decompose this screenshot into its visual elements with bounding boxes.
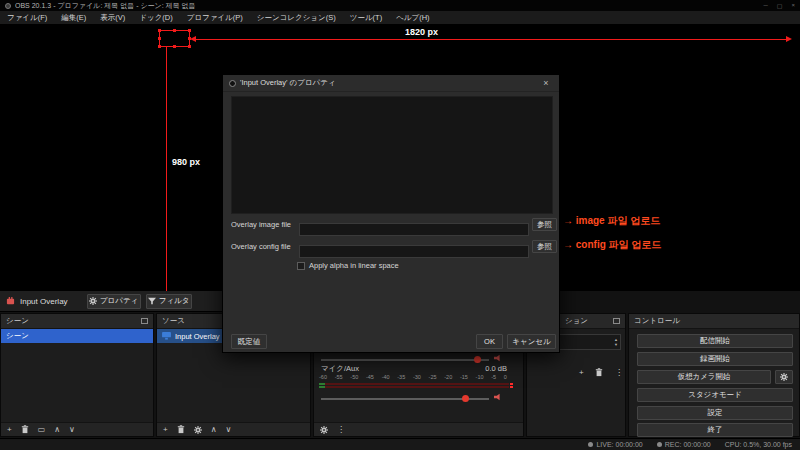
mixer-menu-icon[interactable]: ⋮ bbox=[337, 426, 345, 434]
menu-view[interactable]: 表示(V) bbox=[93, 11, 132, 25]
add-transition-icon[interactable]: + bbox=[579, 369, 584, 377]
dialog-icon bbox=[229, 80, 236, 87]
volume-meter bbox=[319, 386, 509, 388]
selection-handle[interactable] bbox=[158, 37, 161, 40]
selection-handle[interactable] bbox=[188, 45, 191, 48]
alpha-checkbox-label: Apply alpha in linear space bbox=[309, 261, 399, 270]
selection-handle[interactable] bbox=[158, 29, 161, 32]
config-browse-button[interactable]: 参照 bbox=[532, 240, 557, 253]
menu-help[interactable]: ヘルプ(H) bbox=[389, 11, 436, 25]
mute-speaker-icon[interactable] bbox=[494, 354, 502, 362]
selection-handle[interactable] bbox=[173, 45, 176, 48]
mixer-toolbar: ⋮ bbox=[314, 422, 523, 436]
menu-edit[interactable]: 編集(E) bbox=[54, 11, 93, 25]
properties-button-label: プロパティ bbox=[100, 296, 138, 306]
defaults-button[interactable]: 既定値 bbox=[231, 334, 267, 349]
mixer-db-value: 0.0 dB bbox=[485, 364, 507, 373]
overlay-source-icon bbox=[162, 332, 171, 340]
mixer-channel-name: マイク/Aux bbox=[321, 364, 359, 374]
spin-up-icon[interactable]: ▲ bbox=[614, 338, 618, 342]
annotation-config-upload: → config 파일 업로드 bbox=[563, 238, 661, 252]
move-scene-down-icon[interactable]: ∨ bbox=[69, 426, 75, 434]
selection-handle[interactable] bbox=[188, 37, 191, 40]
start-virtual-camera-button[interactable]: 仮想カメラ開始 bbox=[637, 370, 771, 384]
height-guide-line bbox=[166, 47, 167, 291]
studio-mode-button[interactable]: スタジオモード bbox=[637, 388, 793, 402]
selection-handle[interactable] bbox=[173, 29, 176, 32]
start-recording-button[interactable]: 録画開始 bbox=[637, 352, 793, 366]
scenes-panel: シーン シーン + ▭ ∧ ∨ bbox=[0, 313, 154, 437]
window-title: OBS 20.1.3 - プロファイル: 제목 없음 - シーン: 제목 없음 bbox=[15, 1, 196, 11]
meter-scale: -60 -55 -50 -45 -40 -35 -30 -25 -20 -15 … bbox=[319, 375, 507, 381]
alpha-checkbox[interactable] bbox=[297, 262, 305, 270]
selected-source-name: Input Overlay bbox=[20, 297, 68, 306]
cpu-fps-stats: CPU: 0.5%, 30.00 fps bbox=[725, 441, 792, 448]
gear-icon bbox=[780, 373, 788, 381]
move-source-down-icon[interactable]: ∨ bbox=[226, 426, 232, 434]
close-window-button[interactable]: × bbox=[791, 2, 795, 9]
exit-button[interactable]: 終了 bbox=[637, 423, 793, 437]
sources-header: ソース bbox=[162, 316, 185, 326]
scene-list-item[interactable]: シーン bbox=[1, 329, 153, 343]
add-source-icon[interactable]: + bbox=[163, 426, 168, 434]
virtual-camera-settings-button[interactable] bbox=[775, 370, 793, 384]
volume-slider-track[interactable] bbox=[321, 359, 489, 361]
filters-button[interactable]: フィルタ bbox=[146, 294, 192, 309]
image-file-label: Overlay image file bbox=[231, 218, 291, 231]
selection-handle[interactable] bbox=[188, 29, 191, 32]
config-file-input[interactable] bbox=[299, 245, 529, 258]
transitions-header: ション bbox=[565, 316, 588, 326]
dialog-title-bar[interactable]: 'Input Overlay' のプロパティ × bbox=[223, 75, 559, 92]
title-bar: OBS 20.1.3 - プロファイル: 제목 없음 - シーン: 제목 없음 … bbox=[0, 0, 800, 11]
start-streaming-button[interactable]: 配信開始 bbox=[637, 334, 793, 348]
clip-indicator bbox=[510, 383, 513, 385]
cancel-button[interactable]: キャンセル bbox=[507, 334, 556, 349]
live-timer: LIVE: 00:00:00 bbox=[596, 441, 642, 448]
menu-scene-collection[interactable]: シーンコレクション(S) bbox=[250, 11, 343, 25]
menu-file[interactable]: ファイル(F) bbox=[0, 11, 54, 25]
image-file-input[interactable] bbox=[299, 223, 529, 236]
canvas-height-label: 980 px bbox=[172, 157, 200, 167]
settings-button[interactable]: 設定 bbox=[637, 406, 793, 420]
menu-profile[interactable]: プロファイル(P) bbox=[180, 11, 250, 25]
remove-scene-icon[interactable] bbox=[21, 425, 29, 434]
move-scene-up-icon[interactable]: ∧ bbox=[54, 426, 60, 434]
volume-slider-handle[interactable] bbox=[474, 356, 481, 363]
source-selection-box[interactable] bbox=[159, 30, 190, 47]
obs-logo-icon bbox=[5, 3, 11, 9]
add-scene-icon[interactable]: + bbox=[7, 426, 12, 434]
dialog-preview-area bbox=[231, 96, 553, 214]
scenes-header: シーン bbox=[6, 316, 29, 326]
width-guide-arrow-right bbox=[786, 36, 792, 42]
ok-button[interactable]: OK bbox=[476, 334, 503, 349]
mute-speaker-icon[interactable] bbox=[494, 393, 502, 401]
dialog-title: 'Input Overlay' のプロパティ bbox=[240, 78, 336, 88]
properties-button[interactable]: プロパティ bbox=[87, 294, 141, 309]
popout-icon[interactable] bbox=[613, 318, 620, 324]
menu-tools[interactable]: ツール(T) bbox=[343, 11, 389, 25]
controls-panel: コントロール 配信開始 録画開始 仮想カメラ開始 スタジオモード 設定 終了 bbox=[628, 313, 800, 437]
remove-transition-icon[interactable] bbox=[595, 368, 603, 377]
menu-docks[interactable]: ドック(D) bbox=[132, 11, 179, 25]
input-overlay-icon bbox=[6, 297, 15, 306]
controls-header: コントロール bbox=[634, 316, 680, 326]
dialog-close-icon[interactable]: × bbox=[539, 78, 553, 88]
rec-timer: REC: 00:00:00 bbox=[665, 441, 711, 448]
maximize-button[interactable]: ▢ bbox=[777, 2, 783, 9]
move-source-up-icon[interactable]: ∧ bbox=[211, 426, 217, 434]
volume-slider-handle[interactable] bbox=[462, 395, 469, 402]
remove-source-icon[interactable] bbox=[177, 425, 185, 434]
image-browse-button[interactable]: 参照 bbox=[532, 218, 557, 231]
scene-filters-icon[interactable]: ▭ bbox=[38, 426, 46, 434]
popout-icon[interactable] bbox=[141, 318, 148, 324]
source-name: Input Overlay bbox=[175, 332, 220, 341]
minimize-button[interactable]: ─ bbox=[764, 2, 768, 9]
filters-button-label: フィルタ bbox=[159, 296, 190, 306]
source-properties-icon[interactable] bbox=[194, 426, 202, 434]
live-indicator-icon bbox=[588, 442, 593, 447]
selection-handle[interactable] bbox=[158, 45, 161, 48]
transition-menu-icon[interactable]: ⋮ bbox=[615, 369, 623, 377]
mixer-settings-icon[interactable] bbox=[320, 426, 328, 434]
spin-down-icon[interactable]: ▼ bbox=[614, 343, 618, 347]
config-file-label: Overlay config file bbox=[231, 240, 291, 253]
